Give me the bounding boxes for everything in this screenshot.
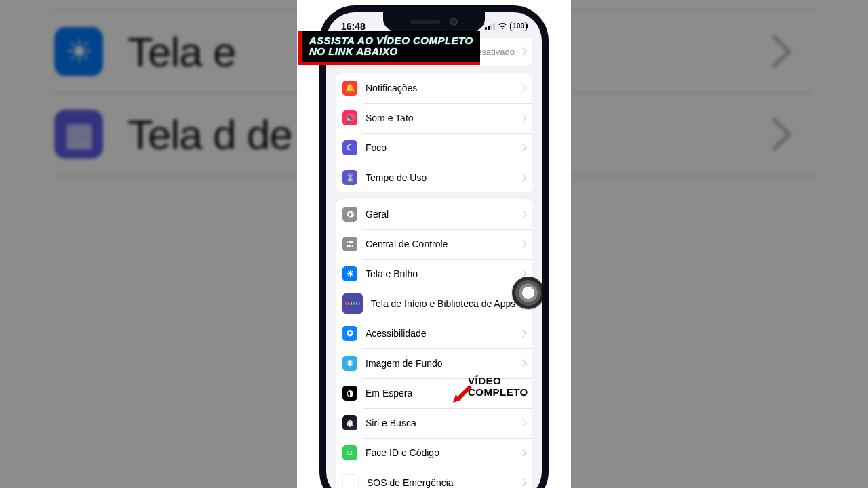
settings-row[interactable]: ⌛Tempo de Uso bbox=[336, 163, 532, 192]
banner-line2: NO LINK ABAIXO bbox=[309, 46, 473, 57]
faceid-icon: ☺ bbox=[342, 445, 357, 460]
speaker-icon: 🔊 bbox=[342, 110, 357, 125]
svg-rect-0 bbox=[347, 241, 354, 243]
settings-row[interactable]: ✪Acessibilidade bbox=[336, 319, 532, 348]
row-label: SOS de Emergência bbox=[367, 477, 454, 488]
row-label: Acessibilidade bbox=[366, 328, 427, 339]
row-label: Som e Tato bbox=[366, 113, 414, 123]
signal-icon bbox=[485, 23, 495, 30]
settings-row[interactable]: Central de Controle bbox=[336, 229, 532, 259]
settings-row[interactable]: ☾Foco bbox=[336, 133, 532, 163]
settings-row[interactable]: 🔔Notificações bbox=[336, 73, 532, 103]
wallpaper-icon: ❋ bbox=[342, 356, 357, 371]
settings-group-0: 🔔Notificações🔊Som e Tato☾Foco⌛Tempo de U… bbox=[336, 73, 532, 192]
battery-icon: 100 bbox=[510, 22, 527, 31]
assistive-touch-button[interactable] bbox=[512, 277, 542, 309]
chevron-right-icon bbox=[519, 210, 526, 218]
bell-icon: 🔔 bbox=[342, 81, 357, 96]
settings-row[interactable]: 🔊Som e Tato bbox=[336, 103, 532, 133]
promo-banner: ASSISTA AO VÍDEO COMPLETO NO LINK ABAIXO bbox=[298, 31, 480, 65]
brightness-icon: ☀ bbox=[342, 266, 357, 281]
chevron-right-icon bbox=[519, 144, 526, 151]
settings-group-1: GeralCentral de Controle☀Tela e BrilhoTe… bbox=[336, 199, 532, 488]
settings-row[interactable]: SOSSOS de Emergência bbox=[336, 468, 532, 488]
moon-icon: ☾ bbox=[342, 140, 357, 155]
switches-icon bbox=[342, 237, 357, 251]
row-label: Foco bbox=[366, 142, 387, 153]
chevron-right-icon bbox=[519, 174, 526, 181]
cta-line2: COMPLETO bbox=[468, 387, 528, 399]
settings-row[interactable]: ◉Siri e Busca bbox=[336, 408, 532, 438]
settings-row[interactable]: ☺Face ID e Código bbox=[336, 438, 532, 468]
settings-content[interactable]: Desativado 🔔Notificações🔊Som e Tato☾Foco… bbox=[326, 38, 542, 488]
phone-screen: 16:48 100 Desativado bbox=[326, 12, 542, 488]
row-label: Face ID e Código bbox=[366, 447, 439, 458]
cta-line1: VÍDEO bbox=[468, 375, 528, 387]
chevron-right-icon bbox=[519, 419, 526, 426]
row-label: Tempo de Uso bbox=[366, 172, 427, 183]
svg-point-2 bbox=[348, 241, 349, 243]
standby-icon: ◑ bbox=[342, 386, 357, 401]
chevron-right-icon bbox=[519, 240, 526, 247]
video-thumbnail: ⌛Tempo⚙Geral⇅Centra☀Tela e▦Tela d de Ap … bbox=[0, 0, 868, 488]
apps-grid-icon bbox=[342, 293, 363, 314]
svg-point-3 bbox=[351, 245, 352, 246]
accessibility-icon: ✪ bbox=[342, 326, 357, 341]
chevron-right-icon bbox=[519, 359, 526, 367]
hourglass-icon: ⌛ bbox=[342, 170, 357, 185]
row-label: Siri e Busca bbox=[366, 418, 416, 428]
cta-text: VÍDEO COMPLETO bbox=[468, 375, 528, 398]
wifi-icon bbox=[498, 22, 507, 31]
phone-frame: 16:48 100 Desativado bbox=[319, 5, 549, 488]
chevron-right-icon bbox=[519, 84, 526, 92]
settings-row[interactable]: ☀Tela e Brilho bbox=[336, 259, 532, 289]
banner-line1: ASSISTA AO VÍDEO COMPLETO bbox=[309, 35, 473, 46]
gear-icon bbox=[342, 207, 357, 222]
row-label: Geral bbox=[366, 209, 389, 220]
row-label: Em Espera bbox=[366, 388, 412, 399]
chevron-right-icon bbox=[519, 329, 526, 337]
settings-row[interactable]: Geral bbox=[336, 199, 532, 229]
chevron-right-icon bbox=[519, 47, 526, 55]
chevron-right-icon bbox=[519, 449, 526, 456]
sos-icon: SOS bbox=[342, 474, 359, 488]
chevron-right-icon bbox=[519, 114, 526, 121]
row-label: Imagem de Fundo bbox=[366, 358, 443, 369]
row-label: Tela de Início e Biblioteca de Apps bbox=[371, 298, 515, 309]
chevron-right-icon bbox=[519, 479, 526, 486]
settings-row[interactable]: Tela de Início e Biblioteca de Apps bbox=[336, 289, 532, 319]
siri-icon: ◉ bbox=[342, 415, 357, 430]
svg-rect-1 bbox=[347, 245, 354, 247]
status-time: 16:48 bbox=[341, 21, 366, 32]
settings-row[interactable]: ❋Imagem de Fundo bbox=[336, 348, 532, 378]
row-label: Notificações bbox=[366, 83, 417, 94]
phone-notch bbox=[383, 12, 485, 31]
row-label: Tela e Brilho bbox=[366, 268, 418, 279]
row-label: Central de Controle bbox=[366, 239, 448, 249]
